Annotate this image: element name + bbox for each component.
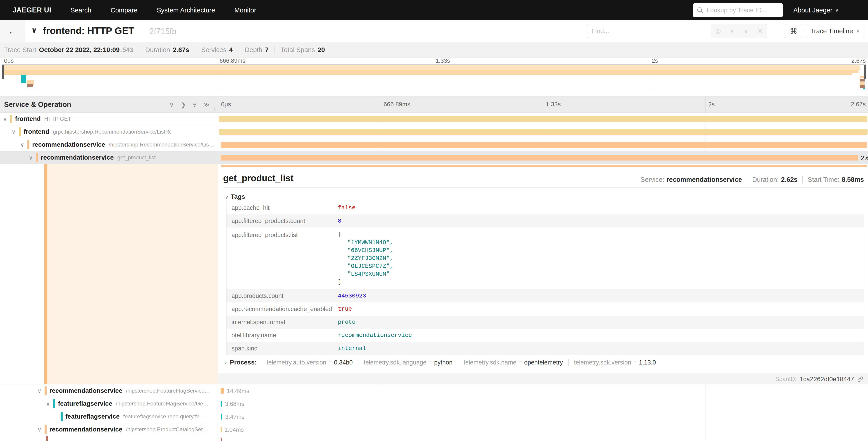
column-resizer[interactable]: ‖	[214, 107, 216, 112]
jaeger-logo[interactable]: JAEGER UI	[12, 6, 51, 14]
chevron-down-icon[interactable]: ∨	[20, 142, 24, 148]
span-bar-row[interactable]: 3.68ms	[218, 397, 868, 410]
span-detail-panel: get_product_list Service:recommendations…	[218, 164, 868, 384]
span-bar-row[interactable]: 14.49ms	[218, 384, 868, 397]
trace-id-lookup-input[interactable]	[706, 6, 779, 14]
trace-minimap[interactable]	[2, 64, 866, 90]
span-color-bar	[44, 386, 46, 395]
chevron-down-icon: ∨	[744, 27, 748, 35]
span-service: recommendationservice	[41, 154, 114, 161]
span-bar[interactable]	[221, 388, 224, 394]
ruler-gridline	[706, 96, 706, 112]
process-section-toggle[interactable]: › Process: telemetry.auto.version=0.34b0…	[225, 359, 661, 366]
span-bar[interactable]	[219, 116, 867, 122]
minimap-span-bar	[2, 70, 852, 76]
span-bar[interactable]	[221, 401, 222, 407]
collapse-all-icon[interactable]: ⩔	[193, 101, 196, 109]
trace-view-selector[interactable]: Trace Timeline ∨	[806, 24, 864, 38]
expand-one-icon[interactable]: ❯	[181, 101, 186, 109]
find-next-button[interactable]: ∨	[739, 24, 753, 38]
minimap-right-handle[interactable]	[864, 65, 866, 79]
tag-row[interactable]: span.kind internal	[226, 342, 864, 355]
span-tree-row[interactable]: ∨ frontend HTTP GET	[0, 113, 218, 125]
tick-label: 2.67s	[851, 101, 866, 108]
span-service: recommendationservice	[32, 141, 105, 148]
tags-section-toggle[interactable]: ∨Tags	[225, 193, 245, 200]
about-jaeger-menu[interactable]: About Jaeger ∨	[793, 6, 839, 14]
span-bar[interactable]	[221, 142, 867, 148]
span-tree-row-selected[interactable]: ∨ recommendationservice get_product_list	[0, 151, 218, 164]
find-focus-button[interactable]: ◎	[711, 24, 725, 38]
minimap-left-handle[interactable]	[2, 65, 4, 79]
nav-item-search[interactable]: Search	[71, 6, 91, 14]
span-bar[interactable]	[221, 155, 858, 160]
collapse-one-icon[interactable]: ∨	[169, 101, 174, 109]
tag-value: 8	[338, 217, 341, 224]
span-bar[interactable]	[221, 414, 222, 419]
span-bar-row[interactable]	[218, 125, 868, 138]
collapse-trace-chevron-icon[interactable]: ∨	[31, 26, 37, 34]
chevron-down-icon: ∨	[225, 194, 228, 200]
span-bar[interactable]	[221, 438, 222, 441]
trace-header: ← ∨ frontend: HTTP GET 2f715fb ◎ ∧ ∨ ✕ ⌘…	[0, 20, 868, 42]
span-tree-row[interactable]: ∨ recommendationservice /hipstershop.Pro…	[0, 423, 218, 436]
link-icon[interactable]	[857, 376, 864, 382]
nav-item-monitor[interactable]: Monitor	[235, 6, 256, 14]
tag-key: app.filtered_products.count	[226, 217, 338, 225]
process-kv: telemetry.sdk.version=1.13.0	[569, 359, 661, 366]
trace-services: Services 4	[195, 46, 239, 54]
find-clear-button[interactable]: ✕	[753, 24, 767, 38]
span-tree-row[interactable]: ∨ recommendationservice /hipstershop.Fea…	[0, 384, 218, 397]
span-bar[interactable]	[219, 129, 868, 135]
span-bar-row[interactable]: 3.47ms	[218, 410, 868, 423]
tag-row[interactable]: app.recommendation.cache_enabled true	[226, 302, 864, 316]
tick-label: 2s	[708, 101, 715, 108]
back-button[interactable]: ←	[0, 20, 25, 42]
span-bar-row[interactable]: 1.04ms	[218, 423, 868, 436]
span-tree-row[interactable]: ∨ frontend grpc.hipstershop.Recommendati…	[0, 125, 218, 138]
trace-start: Trace Start October 22 2022, 22:10:09.54…	[0, 46, 140, 54]
span-bar-row[interactable]	[218, 138, 868, 151]
top-nav: JAEGER UI Search Compare System Architec…	[0, 0, 868, 20]
tag-value: internal	[338, 345, 366, 352]
span-bar-row-selected[interactable]: 2.62s	[218, 151, 868, 164]
span-tree-row[interactable]	[0, 436, 218, 441]
trace-depth: Depth 7	[239, 46, 275, 54]
detail-start-time: Start Time:8.58ms	[803, 176, 864, 183]
chevron-down-icon[interactable]: ∨	[37, 388, 41, 394]
chevron-down-icon[interactable]: ∨	[29, 154, 33, 161]
minimap-span-bar	[852, 70, 859, 73]
span-operation: get_product_list	[117, 154, 155, 161]
process-kv: telemetry.sdk.name=opentelemetry	[458, 359, 569, 366]
trace-id-short: 2f715fb	[149, 27, 177, 36]
nav-item-compare[interactable]: Compare	[111, 6, 137, 14]
span-tree-row[interactable]: ∨ recommendationservice /hipstershop.Rec…	[0, 138, 218, 151]
tag-row[interactable]: app.cache_hit false	[226, 201, 864, 214]
span-operation: /hipstershop.FeatureFlagService/Ge…	[116, 401, 209, 407]
find-input[interactable]	[587, 24, 711, 38]
tag-key: internal.span.format	[226, 319, 338, 326]
span-bar-row[interactable]	[218, 113, 868, 125]
keyboard-shortcuts-button[interactable]: ⌘	[785, 24, 802, 38]
tag-row[interactable]: internal.span.format proto	[226, 316, 864, 329]
chevron-down-icon[interactable]: ∨	[11, 128, 16, 135]
expand-all-icon[interactable]: ≫	[203, 101, 210, 109]
tag-row[interactable]: app.filtered_products.count 8	[226, 214, 864, 228]
chevron-down-icon[interactable]: ∨	[37, 426, 41, 433]
find-prev-button[interactable]: ∧	[725, 24, 739, 38]
span-bar-row[interactable]	[218, 436, 868, 441]
span-bar-thin	[221, 165, 867, 167]
tick-label: 666.89ms	[383, 101, 410, 108]
span-tree-row[interactable]: featureflagservice featureflagservice.re…	[0, 410, 218, 423]
tag-row[interactable]: app.filtered_products.list [ "1YMWWN1N4O…	[226, 228, 864, 289]
tag-key: app.products.count	[226, 293, 338, 299]
chevron-down-icon[interactable]: ∨	[3, 116, 7, 122]
span-bar[interactable]	[221, 427, 222, 432]
process-kv: telemetry.sdk.language=python	[359, 359, 458, 366]
span-tree-row[interactable]: ∨ featureflagservice /hipstershop.Featur…	[0, 397, 218, 410]
chevron-down-icon[interactable]: ∨	[46, 401, 50, 407]
tag-row[interactable]: otel.library.name recommendationservice	[226, 329, 864, 342]
chevron-right-icon: ›	[225, 359, 227, 365]
nav-item-system-architecture[interactable]: System Architecture	[157, 6, 215, 14]
tag-row[interactable]: app.products.count 44530923	[226, 289, 864, 302]
